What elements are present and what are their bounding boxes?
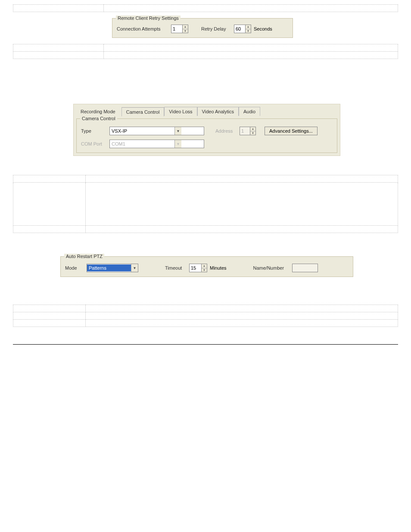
advanced-settings-button[interactable]: Advanced Settings... <box>265 127 318 135</box>
cell-left <box>13 320 86 327</box>
cell-right <box>86 320 398 327</box>
retry-groupbox: Remote Client Retry Settings Connection … <box>112 18 293 38</box>
type-select[interactable]: VSX-IP ▼ <box>109 127 204 135</box>
spinner-buttons[interactable]: ▲▼ <box>201 264 207 272</box>
tab-recording-mode[interactable]: Recording Mode <box>76 107 121 116</box>
cell-left <box>13 305 86 312</box>
timeout-label: Timeout <box>165 265 187 271</box>
chevron-down-icon[interactable]: ▼ <box>246 29 251 33</box>
chevron-up-icon: ▲ <box>250 127 255 131</box>
type-label: Type <box>81 128 107 134</box>
table-1 <box>13 4 398 12</box>
table-row <box>13 175 398 183</box>
cell-right <box>86 183 398 226</box>
name-number-label: Name/Number <box>253 265 290 271</box>
table-4 <box>13 305 398 327</box>
chevron-down-icon[interactable]: ▼ <box>202 268 207 272</box>
retry-legend: Remote Client Retry Settings <box>116 16 181 21</box>
table-row <box>13 183 398 226</box>
cell-left <box>13 183 86 226</box>
chevron-up-icon[interactable]: ▲ <box>246 25 251 29</box>
camera-control-groupbox: Camera Control Type VSX-IP ▼ Address ▲▼ … <box>76 118 337 153</box>
retry-delay-spinner[interactable]: ▲▼ <box>234 25 251 33</box>
table-row <box>13 320 398 327</box>
camera-control-panel: Recording Mode Camera Control Video Loss… <box>73 104 340 156</box>
conn-attempts-label: Connection Attempts <box>117 26 168 31</box>
chevron-up-icon[interactable]: ▲ <box>202 264 207 268</box>
timeout-input[interactable] <box>189 264 201 272</box>
tab-video-analytics[interactable]: Video Analytics <box>197 107 239 116</box>
spinner-buttons[interactable]: ▲▼ <box>245 25 251 33</box>
seconds-label: Seconds <box>254 26 272 31</box>
ptz-legend: Auto Restart PTZ <box>64 254 104 259</box>
minutes-label: Minutes <box>210 265 227 271</box>
cell-right <box>104 44 398 52</box>
camera-control-legend: Camera Control <box>80 116 117 121</box>
tab-video-loss[interactable]: Video Loss <box>164 107 197 116</box>
type-value: VSX-IP <box>110 128 174 134</box>
cell-left <box>13 5 104 12</box>
mode-label: Mode <box>65 265 84 271</box>
cell-left <box>13 226 86 233</box>
table-row <box>13 5 398 12</box>
chevron-down-icon[interactable]: ▼ <box>174 127 181 135</box>
cell-left <box>13 175 86 183</box>
name-number-input <box>292 264 318 272</box>
tabs-row: Recording Mode Camera Control Video Loss… <box>76 107 337 116</box>
com-port-value: COM1 <box>110 141 174 146</box>
chevron-down-icon[interactable]: ▼ <box>183 29 188 33</box>
table-3 <box>13 175 398 233</box>
address-input <box>240 127 250 135</box>
cell-right <box>86 312 398 320</box>
cell-right <box>86 226 398 233</box>
mode-select[interactable]: Patterns ▼ <box>87 264 138 272</box>
cell-right <box>86 305 398 312</box>
table-row <box>13 52 398 59</box>
mode-value: Patterns <box>87 264 131 271</box>
address-label: Address <box>215 128 237 134</box>
tab-audio[interactable]: Audio <box>239 107 260 116</box>
timeout-spinner[interactable]: ▲▼ <box>189 264 207 272</box>
retry-delay-input[interactable] <box>234 25 245 33</box>
cell-right <box>86 175 398 183</box>
spinner-buttons[interactable]: ▲▼ <box>182 25 188 33</box>
cell-right <box>104 5 398 12</box>
conn-attempts-spinner[interactable]: ▲▼ <box>171 25 188 33</box>
com-port-select: COM1 ▼ <box>109 140 204 148</box>
footer-rule <box>13 344 398 345</box>
tab-camera-control[interactable]: Camera Control <box>121 107 165 116</box>
table-row <box>13 305 398 312</box>
chevron-down-icon: ▼ <box>250 131 255 135</box>
chevron-down-icon: ▼ <box>174 140 181 148</box>
conn-attempts-input[interactable] <box>171 25 182 33</box>
cell-left <box>13 52 104 59</box>
auto-restart-ptz-groupbox: Auto Restart PTZ Mode Patterns ▼ Timeout… <box>60 256 353 277</box>
cell-left <box>13 44 104 52</box>
chevron-down-icon[interactable]: ▼ <box>131 264 138 272</box>
spinner-buttons: ▲▼ <box>250 127 256 135</box>
cell-right <box>104 52 398 59</box>
table-row <box>13 312 398 320</box>
retry-delay-label: Retry Delay <box>201 26 231 31</box>
com-port-label: COM Port <box>81 141 107 146</box>
table-row <box>13 44 398 52</box>
address-spinner: ▲▼ <box>240 127 256 135</box>
chevron-up-icon[interactable]: ▲ <box>183 25 188 29</box>
table-2 <box>13 44 398 59</box>
cell-left <box>13 312 86 320</box>
table-row <box>13 226 398 233</box>
